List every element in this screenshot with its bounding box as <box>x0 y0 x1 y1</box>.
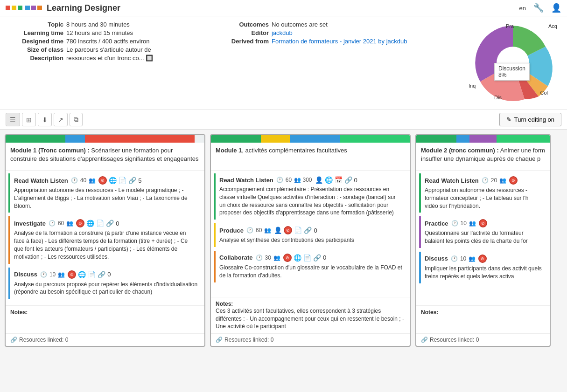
grid-view-button[interactable]: ⊞ <box>22 113 36 126</box>
activity-desc: Analyse de la formation à construire (à … <box>14 229 198 261</box>
user-icon[interactable]: 👤 <box>551 3 561 13</box>
time-value: 40 <box>80 177 86 184</box>
activity-meta: 🕐 20 👥 <box>482 177 506 184</box>
time-value: 10 <box>460 255 466 262</box>
notes-label: Notes: <box>421 309 438 316</box>
activity-produce-header: Produce 🕐 60 👥 👤 ⊘ 📄 🔗 0 <box>219 226 403 234</box>
export-button[interactable]: ↗ <box>54 113 68 126</box>
top-bar-actions: en 🔧 👤 <box>519 3 561 13</box>
globe-icon: 🌐 <box>86 220 94 227</box>
info-panel: Topic 8 hours and 30 minutes Learning ti… <box>0 16 567 110</box>
outcomes-row: Outcomes No outcomes are set <box>213 21 407 28</box>
column-2-notes: Notes: Ces 3 activités sont facultatives… <box>211 297 410 333</box>
cal-icon: 📅 <box>335 176 343 184</box>
people-icon: 👥 <box>264 227 271 234</box>
link-count: 0 <box>323 254 326 261</box>
col3-bar-lightgreen <box>497 135 550 143</box>
doc-icon: 📄 <box>294 227 302 234</box>
topic-value: 8 hours and 30 minutes <box>66 21 130 28</box>
people-icon: 👥 <box>89 177 96 184</box>
clock-icon: 🕐 <box>276 177 283 183</box>
settings-icon[interactable]: 🔧 <box>533 3 544 13</box>
column-1-notes: Notes: <box>6 305 204 333</box>
editor-label: Editor <box>213 29 269 36</box>
activity-icons: ⊘ 🌐 📄 🔗 0 <box>283 254 326 262</box>
language-selector[interactable]: en <box>519 5 526 12</box>
tooltip-value: 8% <box>498 72 525 78</box>
editor-value[interactable]: jackdub <box>272 29 293 36</box>
derived-from-row: Derived from Formation de formateurs - j… <box>213 38 407 45</box>
activity-discuss-3: Discuss 🕐 10 👥 ⊘ Impliquer les participa… <box>419 252 547 283</box>
col3-bar-green <box>416 135 456 143</box>
columns-area: Module 1 (Tronc commun) : Scénariser une… <box>0 130 567 351</box>
column-2-resources: 🔗 Resources linked: 0 <box>211 333 410 346</box>
top-bar: Learning Designer en 🔧 👤 <box>0 0 567 16</box>
learning-time-row: Learning time 12 hours and 15 minutes <box>7 29 203 36</box>
pie-label-inq: Inq <box>469 83 476 89</box>
column-1-body[interactable]: Read Watch Listen 🕐 40 👥 ⊘ 🌐 📄 🔗 5 App <box>6 171 204 305</box>
activity-desc: Appropriation autonome des ressources - … <box>425 186 543 210</box>
designed-time-label: Designed time <box>7 38 63 45</box>
column-2-title: Module 1, activités complémentaires facu… <box>211 143 410 171</box>
activity-meta: 🕐 60 👥 300 <box>276 177 312 183</box>
activity-meta: 🕐 30 👥 <box>256 254 280 261</box>
column-3: Module 2 (tronc commun) : Animer une for… <box>415 134 551 347</box>
activity-type: Practice <box>425 220 448 227</box>
link-icon: 🔗 <box>106 220 114 227</box>
clock-icon: 🕐 <box>451 220 458 227</box>
link-count: 0 <box>354 177 357 184</box>
link-icon: 🔗 <box>304 227 312 234</box>
activity-icons: ⊘ 🌐 📄 🔗 0 <box>68 270 111 279</box>
clock-icon: 🕐 <box>40 271 47 278</box>
resources-label: Resources linked: 0 <box>19 337 68 343</box>
activity-type: Read Watch Listen <box>425 177 479 184</box>
activity-desc: Analyse du parcours proposé pour repérer… <box>14 281 198 296</box>
activity-meta: 🕐 10 👥 <box>451 220 476 227</box>
clock-icon: 🕐 <box>451 255 458 262</box>
pie-chart-container: Pra Acq Col Dis Inq Discussion 8% <box>466 21 560 105</box>
col1-bar-light <box>195 135 204 143</box>
activity-practice-header: Practice 🕐 10 👥 ⊘ <box>425 219 543 227</box>
pie-label-dis: Dis <box>494 95 502 100</box>
link-icon: 🔗 <box>344 176 352 184</box>
activity-icons: ⊘ 🌐 📄 🔗 0 <box>76 219 119 227</box>
activity-icons: ⊘ <box>478 254 487 263</box>
toolbar: ☰ ⊞ ⬇ ↗ ⧉ ✎ Turn editing on <box>0 110 567 130</box>
column-3-body[interactable]: Read Watch Listen 🕐 20 👥 ⊘ Appropriation… <box>416 171 550 305</box>
outcomes-value: No outcomes are set <box>272 21 328 28</box>
people-count: 👥 300 <box>294 177 312 183</box>
activity-produce-1: Produce 🕐 60 👥 👤 ⊘ 📄 🔗 0 Analyse et sy <box>214 223 407 247</box>
people-icon: 👥 <box>66 220 73 227</box>
description-expand-icon[interactable]: 🔲 <box>146 55 153 62</box>
globe-icon: 🌐 <box>109 177 117 184</box>
activity-discuss-3-header: Discuss 🕐 10 👥 ⊘ <box>425 254 543 263</box>
clock-icon: 🕐 <box>256 254 263 261</box>
activity-type: Read Watch Listen <box>219 177 273 184</box>
resources-label: Resources linked: 0 <box>430 337 479 343</box>
doc-icon: 📄 <box>88 271 96 278</box>
download-button[interactable]: ⬇ <box>38 113 52 126</box>
activity-icons: ⊘ 🌐 📄 🔗 5 <box>98 176 141 185</box>
activity-rwl-1: Read Watch Listen 🕐 40 👥 ⊘ 🌐 📄 🔗 5 App <box>8 173 202 213</box>
link-count: 0 <box>116 220 119 227</box>
people-icon: 👥 <box>58 271 65 278</box>
column-3-notes: Notes: <box>416 305 550 333</box>
description-value: ressources et d'un tronc co... 🔲 <box>66 55 153 62</box>
list-view-button[interactable]: ☰ <box>6 113 20 126</box>
column-2-body[interactable]: Read Watch Listen 🕐 60 👥 300 👤 🌐 📅 🔗 0 <box>211 171 410 297</box>
copy-button[interactable]: ⧉ <box>70 113 83 126</box>
activity-meta: 🕐 10 👥 <box>451 255 476 262</box>
size-of-class-value: Le parcours s'articule autour de <box>66 46 151 53</box>
activity-type: Discuss <box>425 255 448 262</box>
column-2: Module 1, activités complémentaires facu… <box>210 134 411 347</box>
derived-from-label: Derived from <box>213 38 269 45</box>
col2-bar-blue <box>290 135 340 143</box>
activity-desc: Impliquer les participants dans des acti… <box>425 265 543 281</box>
turn-editing-button[interactable]: ✎ Turn editing on <box>499 113 561 126</box>
people-icon: 👥 <box>469 255 476 262</box>
link-icon: 🔗 <box>128 177 136 184</box>
link-icon: 🔗 <box>313 254 321 261</box>
description-label: Description <box>7 55 63 62</box>
tooltip-label: Discussion <box>498 65 525 72</box>
derived-from-value[interactable]: Formation de formateurs - janvier 2021 b… <box>272 38 407 45</box>
